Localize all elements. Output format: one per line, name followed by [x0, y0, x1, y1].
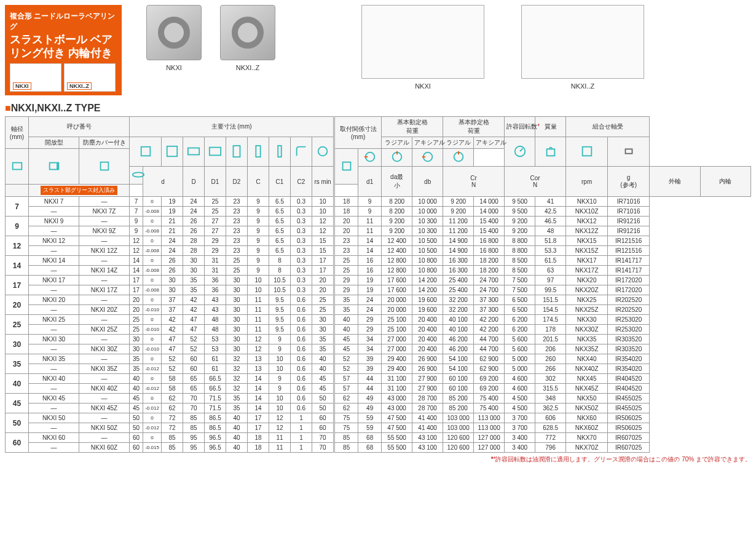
table-row: 30NKXI 30—300475253301290.635453427 0002… [6, 335, 751, 344]
hdr-da: da最 小 [382, 167, 412, 197]
svg-rect-4 [234, 146, 240, 157]
icon-shield-type [29, 149, 79, 185]
product-images: NKXI NKXI..Z [146, 5, 275, 71]
hdr-shield: 防塵カバー付き [79, 137, 130, 149]
hdr-C2: C2 [291, 167, 312, 197]
svg-point-25 [133, 173, 144, 177]
icon-cor-radial [412, 149, 443, 167]
table-row: —NKXI 14Z14-0.00826303125980.317251612 8… [6, 266, 751, 276]
svg-rect-5 [256, 146, 260, 157]
bearing-photo-icon [146, 5, 202, 60]
table-row: —NKXI 50Z50-0.012728586.5401712160755947… [6, 423, 751, 433]
hdr-combo: 組合せ軸受 [566, 117, 650, 137]
footnote: **許容回転数は油潤滑に適用します。グリース潤滑の場合はこの値の 70% まで許… [5, 455, 751, 464]
hdr-db: db [412, 167, 443, 197]
hdr-mass: 質量 [535, 117, 566, 137]
svg-rect-9 [546, 149, 554, 156]
table-head: 軸径 (mm) 呼び番号 主要寸法 (mm) 取付関係寸法 (mm) 基本動定格… [6, 117, 751, 197]
table-row: 20NKXI 20—20037424330119.50.625352420 00… [6, 295, 751, 305]
table-row: 60NKXI 60—600859596.5401811170856855 500… [6, 433, 751, 443]
top-row: 複合形 ニードルローラベアリング スラストボール ベアリング付き 内輪付き NK… [5, 5, 751, 95]
table-body: 7NKXI 7—701924252396.50.3101898 20010 00… [6, 197, 751, 453]
table-row: —NKXI 25Z25-0.01042474830119.50.63040292… [6, 325, 751, 335]
dim-icon-D2 [205, 137, 226, 167]
hdr-axial-stat: アキシアル [474, 137, 505, 149]
blank [6, 185, 29, 197]
hdr-dyn: 基本動定格 荷重 [382, 117, 443, 137]
badge-line1: 複合形 ニードルローラベアリング [10, 11, 117, 32]
hdr-rpm: rpm [566, 167, 608, 197]
product-image-nkxiz: NKXI..Z [220, 5, 275, 71]
dim-icon-rs [291, 137, 312, 167]
badge-line2: スラストボール ベアリング付き 内輪付き [10, 33, 117, 60]
table-row: 9NKXI 9—902126272396.50.31220119 20010 3… [6, 217, 751, 226]
hdr-shaft: 軸径 (mm) [6, 117, 29, 149]
table-row: —NKXI 20Z20-0.01037424330119.50.62535242… [6, 305, 751, 315]
dim-icon-D1 [183, 137, 205, 167]
svg-rect-1 [167, 146, 178, 156]
icon-cor-axial [443, 149, 474, 167]
dim-icon-C [226, 137, 248, 167]
icon-cr-axial [382, 149, 412, 167]
hdr-Cr: Cr N [443, 167, 505, 197]
mini-diagram-nkxiz: NKXI..Z [64, 63, 116, 92]
svg-rect-16 [342, 162, 350, 170]
table-row: —NKXI 7Z7-0.0081924252396.50.3101898 200… [6, 207, 751, 217]
hdr-D2: D2 [226, 167, 248, 197]
table-row: —NKXI 45Z45-0.012627071.53514100.6506249… [6, 404, 751, 413]
mini-diagrams: NKXI NKXI..Z [10, 63, 117, 92]
dim-icon-d [130, 137, 162, 167]
hdr-designation: 呼び番号 [29, 117, 130, 137]
svg-rect-11 [625, 149, 632, 153]
dim-icon-C1 [248, 137, 269, 167]
square-bullet-icon: ■ [5, 103, 11, 113]
table-row: 7NKXI 7—701924252396.50.3101898 20010 00… [6, 197, 751, 207]
type-heading: ■NKXI,NKXI..Z TYPE [5, 103, 751, 114]
hdr-C1: C1 [269, 167, 291, 197]
svg-rect-10 [582, 146, 591, 156]
product-image-nkxi: NKXI [146, 5, 202, 71]
hdr-open: 開放型 [29, 137, 79, 149]
hdr-speed: 許容回転数* [505, 117, 535, 137]
technical-diagrams: NKXI NKXI..Z [361, 5, 644, 90]
icon-open-type [6, 149, 29, 185]
table-row: —NKXI 35Z35-0.0125260613213100.640523929… [6, 364, 751, 374]
icon-cr-radial [358, 149, 382, 167]
icon-db [335, 149, 358, 185]
table-row: —NKXI 40Z40-0.012586566.5321490.64557443… [6, 384, 751, 394]
icon-da [79, 149, 130, 185]
svg-rect-3 [210, 147, 221, 155]
svg-rect-15 [100, 162, 108, 170]
table-row: —NKXI 12Z12-0.0082428292396.50.315231412… [6, 246, 751, 256]
hdr-radial-dyn: ラジアル [382, 137, 412, 149]
table-row: 17NKXI 17—170303536301010.50.320291917 6… [6, 276, 751, 285]
bearing-photo-icon [220, 5, 275, 60]
hdr-axial-dyn: アキシアル [412, 137, 443, 149]
icon-inner [608, 137, 650, 167]
dim-icon-C2 [269, 137, 291, 167]
icon-speed [505, 137, 535, 167]
table-row: —NKXI 9Z9-0.0082126272396.50.31220119 20… [6, 226, 751, 236]
table-row: 25NKXI 25—25042474830119.50.630402925 10… [6, 315, 751, 325]
svg-rect-12 [12, 162, 22, 169]
table-row: —NKXI 30Z30-0.010475253301290.635453427 … [6, 344, 751, 354]
table-row: 40NKXI 40—400586566.5321490.645574431 10… [6, 374, 751, 384]
table-row: 50NKXI 50—500728586.5401712160755947 500… [6, 413, 751, 423]
svg-rect-6 [278, 146, 282, 157]
cross-section-icon [521, 5, 644, 79]
svg-rect-0 [141, 146, 150, 156]
hdr-stat: 基本静定格 荷重 [443, 117, 505, 137]
hdr-rsmin: rs min [312, 167, 334, 197]
icon-outer [566, 137, 608, 167]
hdr-outer: 外輪 [650, 167, 700, 197]
svg-point-7 [318, 146, 328, 156]
dim-icon-D [162, 137, 183, 167]
icon-shaft [130, 167, 143, 185]
hdr-D: D [183, 167, 205, 197]
hdr-g: g (参考) [608, 167, 650, 197]
dim-icon-d1 [312, 137, 334, 167]
icon-mass [535, 137, 566, 167]
hdr-inner: 内輪 [700, 167, 750, 197]
table-row: 45NKXI 45—450627071.53514100.650624943 0… [6, 394, 751, 404]
spec-table: 軸径 (mm) 呼び番号 主要寸法 (mm) 取付関係寸法 (mm) 基本動定格… [5, 116, 751, 453]
